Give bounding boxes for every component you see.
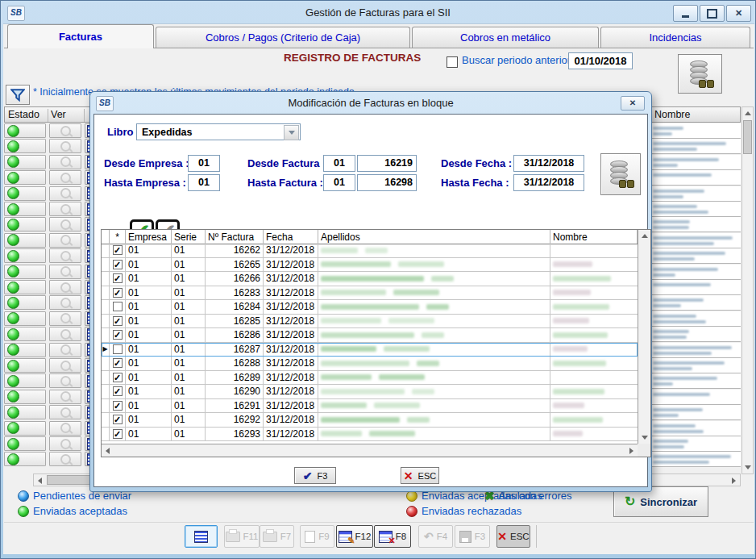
row-checkbox[interactable]: ✓ [113, 288, 123, 298]
estado-status-button[interactable] [4, 295, 46, 310]
ver-detalle-button[interactable] [49, 139, 81, 153]
hasta-factura-serie-field[interactable]: 01 [323, 174, 355, 191]
ver-detalle-button[interactable] [49, 233, 81, 248]
ver-detalle-button[interactable] [49, 343, 81, 357]
ver-detalle-button[interactable] [49, 295, 81, 310]
ver-detalle-button[interactable] [49, 217, 81, 232]
row-checkbox[interactable]: ✓ [113, 401, 123, 411]
nombre-cell[interactable] [650, 217, 741, 232]
factura-row[interactable]: ✓01011626531/12/2018 [102, 258, 638, 273]
factura-row[interactable]: ▶01011628731/12/2018 [102, 343, 638, 357]
minimize-button[interactable] [673, 5, 698, 22]
row-checkbox[interactable]: ✓ [113, 330, 123, 340]
nombre-cell[interactable] [650, 421, 741, 436]
nombre-cell[interactable] [650, 358, 741, 373]
table-edit-button[interactable]: ✎F12 [336, 525, 373, 548]
estado-status-button[interactable] [4, 421, 46, 436]
row-checkbox[interactable]: ✓ [113, 415, 123, 424]
estado-status-button[interactable] [4, 343, 46, 357]
row-checkbox[interactable]: ✓ [113, 260, 123, 269]
factura-row[interactable]: ✓01011626631/12/2018 [102, 272, 638, 286]
ver-detalle-button[interactable] [49, 390, 81, 404]
nombre-cell[interactable] [650, 202, 741, 217]
estado-status-button[interactable] [4, 405, 46, 419]
tab-facturas[interactable]: Facturas [7, 24, 154, 48]
estado-status-button[interactable] [4, 155, 46, 169]
dialog-ok-button[interactable]: ✔ F3 [294, 467, 336, 484]
nombre-cell[interactable] [650, 295, 741, 311]
nombre-cell[interactable] [650, 123, 741, 139]
estado-status-button[interactable] [4, 233, 46, 248]
estado-status-button[interactable] [4, 358, 46, 373]
nombre-cell[interactable] [650, 186, 741, 202]
ver-detalle-button[interactable] [49, 327, 81, 341]
dialog-close-button[interactable]: ✕ [621, 96, 645, 111]
records-button[interactable] [185, 525, 218, 548]
row-checkbox[interactable]: ✓ [113, 358, 123, 368]
ver-detalle-button[interactable] [49, 311, 81, 326]
nombre-cell[interactable] [650, 280, 741, 295]
column-header-empresa[interactable]: Empresa [126, 230, 172, 244]
estado-status-button[interactable] [4, 186, 46, 201]
nombre-cell[interactable] [650, 155, 741, 170]
desde-factura-serie-field[interactable]: 01 [323, 155, 355, 172]
estado-status-button[interactable] [4, 139, 46, 153]
ver-detalle-button[interactable] [49, 405, 81, 419]
nombre-cell[interactable] [650, 233, 741, 248]
nombre-cell[interactable] [650, 265, 741, 280]
estado-status-button[interactable] [4, 123, 46, 138]
ver-detalle-button[interactable] [49, 202, 81, 216]
nombre-cell[interactable] [650, 436, 741, 452]
estado-status-button[interactable] [4, 390, 46, 404]
factura-row[interactable]: ✓01011628331/12/2018 [102, 286, 638, 301]
factura-row[interactable]: ✓01011629131/12/2018 [102, 399, 638, 414]
estado-status-button[interactable] [4, 170, 46, 185]
column-header-fecha[interactable]: Fecha [264, 230, 318, 244]
estado-status-button[interactable] [4, 373, 46, 388]
estado-status-button[interactable] [4, 280, 46, 294]
estado-status-button[interactable] [4, 311, 46, 326]
ver-column-header[interactable]: Ver [51, 109, 66, 120]
dialog-vertical-scrollbar[interactable] [638, 230, 650, 444]
row-checkbox[interactable]: ✓ [113, 386, 123, 396]
estado-status-button[interactable] [4, 327, 46, 341]
factura-row[interactable]: ✓01011628531/12/2018 [102, 315, 638, 329]
hasta-empresa-field[interactable]: 01 [188, 174, 220, 191]
libro-dropdown[interactable]: Expedidas [136, 123, 301, 140]
ver-detalle-button[interactable] [49, 123, 81, 138]
buscar-periodo-checkbox[interactable] [447, 56, 458, 68]
ver-detalle-button[interactable] [49, 155, 81, 169]
factura-row[interactable]: 01011628431/12/2018 [102, 300, 638, 315]
row-checkbox[interactable]: ✓ [113, 373, 123, 382]
factura-row[interactable]: ✓01011629231/12/2018 [102, 413, 638, 428]
column-header-n-factura[interactable]: Nº Factura [206, 230, 264, 244]
nombre-cell[interactable] [650, 327, 741, 342]
ver-detalle-button[interactable] [49, 436, 81, 451]
row-checkbox[interactable]: ✓ [113, 316, 123, 326]
row-checkbox[interactable]: ✓ [113, 245, 123, 255]
ver-detalle-button[interactable] [49, 265, 81, 279]
nombre-cell[interactable] [650, 343, 741, 358]
estado-status-button[interactable] [4, 436, 46, 451]
tab-cobros-en-met-lico[interactable]: Cobros en metálico [412, 27, 599, 48]
row-checkbox[interactable] [113, 302, 123, 311]
ver-detalle-button[interactable] [49, 248, 81, 263]
factura-row[interactable]: ✓01011628631/12/2018 [102, 328, 638, 343]
ver-detalle-button[interactable] [49, 421, 81, 436]
desde-empresa-field[interactable]: 01 [188, 155, 220, 172]
ver-detalle-button[interactable] [49, 280, 81, 294]
nombre-cell[interactable] [650, 311, 741, 327]
nombre-cell[interactable] [650, 139, 741, 154]
close-button[interactable]: ✕ [726, 5, 751, 22]
dialog-horizontal-scrollbar[interactable] [102, 444, 638, 457]
cancel-button[interactable]: ✕ESC [496, 525, 530, 548]
chevron-down-icon[interactable] [284, 125, 299, 140]
dialog-search-button[interactable] [600, 153, 641, 195]
factura-row[interactable]: ✓01011628831/12/2018 [102, 357, 638, 371]
column-header--[interactable]: * [110, 230, 126, 244]
main-vertical-scrollbar[interactable] [741, 106, 754, 474]
row-checkbox[interactable]: ✓ [113, 273, 123, 283]
ver-detalle-button[interactable] [49, 373, 81, 388]
estado-status-button[interactable] [4, 265, 46, 279]
estado-column-header[interactable]: Estado [8, 109, 39, 120]
